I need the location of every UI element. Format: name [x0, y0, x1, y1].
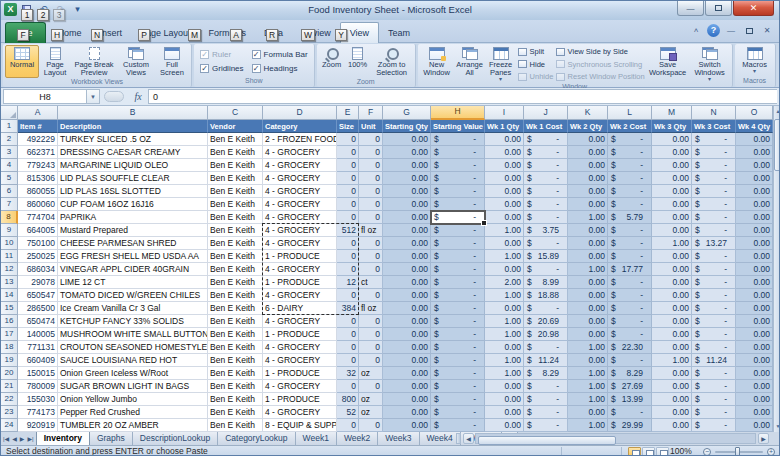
cell[interactable]: Ben E Keith [208, 172, 263, 185]
column-header-L[interactable]: L [608, 106, 652, 120]
cell[interactable]: $- [431, 419, 485, 432]
cell[interactable]: Ben E Keith [208, 185, 263, 198]
cell[interactable]: $- [431, 406, 485, 419]
cell[interactable]: Ben E Keith [208, 146, 263, 159]
cell[interactable]: 4 - GROCERY [263, 185, 337, 198]
cell[interactable]: $- [608, 159, 652, 172]
cell[interactable]: 1 - PRODUCE [263, 250, 337, 263]
cell[interactable]: 0.00 [383, 380, 431, 393]
cell[interactable]: Ben E Keith [208, 133, 263, 146]
cell[interactable]: 4 - GROCERY [263, 380, 337, 393]
scroll-down-arrow[interactable]: ▼ [774, 421, 779, 432]
cell[interactable]: $- [431, 237, 485, 250]
cell[interactable]: 0.00 [485, 185, 524, 198]
save-workspace-button[interactable]: Save Workspace [646, 45, 690, 83]
cell[interactable]: 0 [337, 380, 359, 393]
cell[interactable]: 1.00 [568, 341, 608, 354]
cell[interactable]: LIME 12 CT [58, 276, 208, 289]
cell[interactable]: 660409 [18, 354, 58, 367]
cell[interactable]: $- [524, 211, 568, 224]
cell[interactable]: 800 [337, 393, 359, 406]
cell[interactable]: 0.00 [485, 198, 524, 211]
cell[interactable]: $- [431, 172, 485, 185]
page-break-preview-button[interactable]: Page Break Preview [71, 45, 117, 78]
cell[interactable]: 512 [337, 224, 359, 237]
column-header-O[interactable]: O [736, 106, 773, 120]
cell[interactable]: 0 [337, 172, 359, 185]
cell[interactable]: 1.00 [485, 367, 524, 380]
cell[interactable]: 0 [337, 315, 359, 328]
checkbox-gridlines[interactable]: ✓Gridlines [200, 63, 244, 73]
name-box[interactable]: H8 [3, 89, 87, 104]
cell[interactable]: 0.00 [383, 211, 431, 224]
cell[interactable]: 0 [359, 354, 383, 367]
cell[interactable]: 0.00 [383, 146, 431, 159]
cell[interactable]: $- [431, 263, 485, 276]
table-header-cell[interactable]: Wk 1 Qty [485, 120, 524, 133]
cell[interactable]: 1.00 [485, 328, 524, 341]
cell[interactable]: 0.00 [652, 302, 692, 315]
switch-windows-button[interactable]: Switch Windows▾ [690, 45, 730, 83]
cell[interactable]: $- [524, 146, 568, 159]
cell[interactable]: 664005 [18, 224, 58, 237]
close-button[interactable]: ✕ [733, 1, 774, 16]
cell[interactable]: 0.00 [652, 211, 692, 224]
cell[interactable]: 1.00 [485, 289, 524, 302]
cell[interactable]: $- [608, 237, 652, 250]
cell[interactable]: 0.00 [485, 302, 524, 315]
cell[interactable]: 0.00 [736, 263, 773, 276]
cell[interactable]: $- [692, 276, 736, 289]
cell[interactable]: 0.00 [485, 133, 524, 146]
cell[interactable]: $- [431, 393, 485, 406]
cell[interactable]: 0.00 [652, 406, 692, 419]
zoom-out-button[interactable]: − [703, 448, 711, 456]
cell[interactable]: 0 [359, 146, 383, 159]
row-header-17[interactable]: 17 [1, 328, 18, 341]
cell[interactable]: ct [359, 276, 383, 289]
cell[interactable]: 0.00 [736, 276, 773, 289]
ribbon-tab-formulas[interactable]: Formulas [200, 23, 256, 43]
cell[interactable]: Ben E Keith [208, 380, 263, 393]
cell[interactable]: 0.00 [568, 172, 608, 185]
row-header-22[interactable]: 22 [1, 393, 18, 406]
cell[interactable]: 6 - DAIRY [263, 302, 337, 315]
cell[interactable]: Ben E Keith [208, 276, 263, 289]
cell[interactable]: 0.00 [736, 380, 773, 393]
cell[interactable]: $- [524, 133, 568, 146]
cell[interactable]: Ben E Keith [208, 367, 263, 380]
zoom-to-selection-button[interactable]: Zoom to Selection [371, 45, 413, 78]
cell[interactable]: $- [524, 380, 568, 393]
row-header-6[interactable]: 6 [1, 185, 18, 198]
select-all-corner[interactable] [1, 106, 18, 120]
cell[interactable]: $- [524, 263, 568, 276]
cell[interactable]: 0 [359, 133, 383, 146]
cell[interactable]: 0.00 [568, 224, 608, 237]
cell[interactable]: $- [692, 406, 736, 419]
cell[interactable]: 29078 [18, 276, 58, 289]
cell[interactable]: 0.00 [568, 289, 608, 302]
custom-views-button[interactable]: Custom Views [117, 45, 155, 78]
cell[interactable]: 4 - GROCERY [263, 289, 337, 302]
horizontal-scrollbar[interactable] [475, 433, 756, 444]
cell[interactable]: Ben E Keith [208, 315, 263, 328]
cell[interactable]: 650474 [18, 315, 58, 328]
cell[interactable]: $8.29 [524, 367, 568, 380]
cell[interactable]: 4 - GROCERY [263, 315, 337, 328]
cell[interactable]: 0.00 [568, 237, 608, 250]
cell[interactable]: 1 - PRODUCE [263, 367, 337, 380]
cell[interactable]: $- [692, 341, 736, 354]
vertical-scrollbar[interactable]: ▲ ▼ [773, 106, 779, 432]
cell[interactable]: 0.00 [736, 224, 773, 237]
cell[interactable]: 0.00 [568, 328, 608, 341]
cell[interactable]: 1.00 [568, 211, 608, 224]
cell[interactable]: 0.00 [485, 406, 524, 419]
cell[interactable]: 0.00 [736, 198, 773, 211]
cell[interactable]: 0.00 [485, 159, 524, 172]
cell[interactable]: Ice Cream Vanilla Cr 3 Gal [58, 302, 208, 315]
cell[interactable]: 0.00 [652, 224, 692, 237]
cell[interactable]: 0.00 [736, 406, 773, 419]
cell[interactable]: 0.00 [383, 406, 431, 419]
new-window-button[interactable]: New Window [420, 45, 454, 83]
cell[interactable]: 0.00 [383, 302, 431, 315]
cell[interactable]: 662371 [18, 146, 58, 159]
